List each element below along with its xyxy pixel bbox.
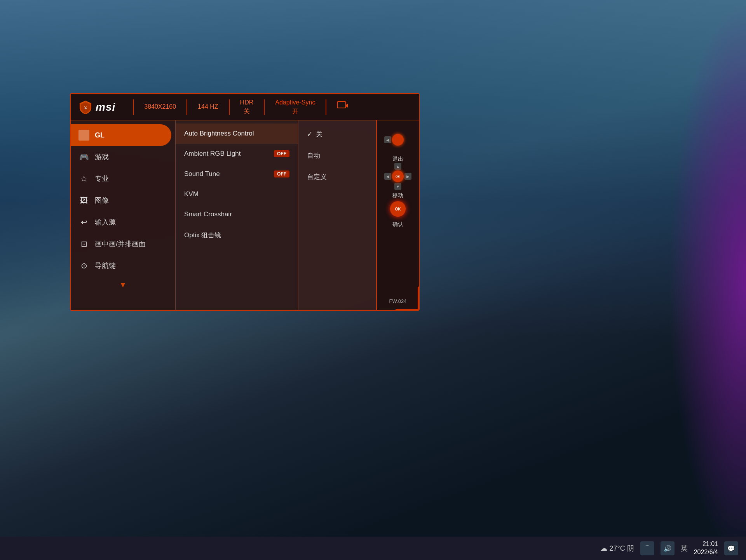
msi-logo-text: msi bbox=[96, 101, 115, 113]
nav-label-input: 输入源 bbox=[95, 217, 116, 227]
nav-label-image: 图像 bbox=[95, 196, 109, 205]
svg-rect-1 bbox=[337, 102, 346, 108]
confirm-dpad-center[interactable]: OK bbox=[390, 201, 406, 217]
taskbar-weather: ☁ 27°C 阴 bbox=[600, 544, 634, 553]
option-kvm[interactable]: KVM bbox=[176, 184, 298, 204]
nav-item-input[interactable]: ↩ 输入源 bbox=[71, 211, 175, 233]
check-icon: ✓ bbox=[307, 130, 312, 138]
taskbar-notifications-icon[interactable]: 💬 bbox=[724, 541, 738, 555]
volume-icon: 🔊 bbox=[664, 545, 671, 552]
sound-tune-toggle: OFF bbox=[274, 170, 289, 177]
taskbar-clock: 21:01 2022/6/4 bbox=[694, 540, 718, 557]
value-auto[interactable]: 自动 bbox=[298, 145, 376, 166]
network-icon: ⌒ bbox=[644, 544, 650, 553]
option-label-ambient-rgb: Ambient RGB Light bbox=[184, 150, 241, 158]
header-divider-5 bbox=[326, 99, 326, 115]
move-control-group: ▲ ▼ ◀ ▶ OK 移动 bbox=[384, 163, 411, 199]
ambient-rgb-toggle: OFF bbox=[274, 150, 289, 157]
header-divider-1 bbox=[133, 99, 134, 115]
gamepad-icon: 🎮 bbox=[78, 151, 89, 162]
option-label-sound-tune: Sound Tune bbox=[184, 170, 220, 178]
exit-label: 退出 bbox=[392, 156, 403, 163]
taskbar-lang: 英 bbox=[681, 544, 688, 553]
msi-shield-icon: ⚔ bbox=[78, 100, 92, 114]
nav-item-gl[interactable]: GL bbox=[71, 124, 171, 146]
exit-control-group: ◀ 退出 bbox=[384, 126, 411, 163]
option-label-optix: Optix 狙击镜 bbox=[184, 231, 221, 240]
nav-panel: GL 🎮 游戏 ☆ 专业 🖼 图像 ↩ 输入源 ⊡ 画中画/并排画面 bbox=[71, 120, 176, 310]
confirm-dpad: OK bbox=[388, 199, 408, 219]
option-smart-crosshair[interactable]: Smart Crosshair bbox=[176, 204, 298, 224]
header-input-icon bbox=[332, 101, 352, 112]
nav-label-gaming: 游戏 bbox=[95, 152, 109, 162]
pip-icon: ⊡ bbox=[78, 238, 89, 249]
controls-panel: ◀ 退出 ▲ ▼ ◀ ▶ OK 移 bbox=[376, 120, 419, 310]
nav-item-gaming[interactable]: 🎮 游戏 bbox=[71, 146, 175, 168]
osd-menu: ⚔ msi 3840X2160 144 HZ HDR 关 Adaptive-Sy… bbox=[70, 93, 420, 311]
corner-decoration-br bbox=[396, 287, 419, 310]
header-divider-2 bbox=[186, 99, 187, 115]
values-panel: ✓ 关 自动 自定义 bbox=[298, 120, 376, 310]
move-dpad-center: OK bbox=[392, 170, 404, 182]
msi-logo-area: ⚔ msi bbox=[75, 100, 123, 114]
clock-time: 21:01 bbox=[694, 540, 718, 548]
weather-text: ☁ 27°C 阴 bbox=[600, 544, 634, 553]
option-label-smart-crosshair: Smart Crosshair bbox=[184, 210, 232, 218]
header-refresh: 144 HZ bbox=[193, 103, 223, 111]
move-dpad-right[interactable]: ▶ bbox=[404, 173, 411, 180]
value-label-auto: 自动 bbox=[307, 151, 320, 160]
confirm-control-group: OK 确认 bbox=[388, 199, 408, 228]
lang-text: 英 bbox=[681, 544, 688, 553]
value-label-off: 关 bbox=[316, 130, 322, 139]
nav-active-box bbox=[78, 130, 89, 141]
osd-header: ⚔ msi 3840X2160 144 HZ HDR 关 Adaptive-Sy… bbox=[71, 94, 419, 120]
exit-dpad: ◀ bbox=[384, 126, 411, 153]
taskbar-volume-icon: 🔊 bbox=[661, 541, 675, 555]
dpad-center bbox=[392, 134, 404, 146]
nav-more-arrow[interactable]: ▼ bbox=[71, 277, 175, 293]
nav-label-gl: GL bbox=[95, 131, 105, 139]
nav-label-professional: 专业 bbox=[95, 174, 109, 183]
confirm-label: 确认 bbox=[392, 221, 403, 228]
header-divider-4 bbox=[264, 99, 265, 115]
notification-icon: 💬 bbox=[727, 545, 735, 552]
navkey-icon: ⊙ bbox=[78, 260, 89, 271]
svg-text:⚔: ⚔ bbox=[84, 106, 87, 110]
nav-item-professional[interactable]: ☆ 专业 bbox=[71, 168, 175, 190]
move-label: 移动 bbox=[392, 192, 403, 199]
move-dpad: ▲ ▼ ◀ ▶ OK bbox=[384, 163, 411, 190]
image-icon: 🖼 bbox=[78, 195, 89, 206]
value-label-custom: 自定义 bbox=[307, 172, 327, 181]
value-custom[interactable]: 自定义 bbox=[298, 166, 376, 188]
nav-label-navkey: 导航键 bbox=[95, 261, 116, 270]
option-ambient-rgb[interactable]: Ambient RGB Light OFF bbox=[176, 144, 298, 164]
option-auto-brightness[interactable]: Auto Brightness Control bbox=[176, 123, 298, 144]
nav-item-pip[interactable]: ⊡ 画中画/并排画面 bbox=[71, 233, 175, 255]
options-panel: Auto Brightness Control Ambient RGB Ligh… bbox=[176, 120, 298, 310]
clock-date: 2022/6/4 bbox=[694, 548, 718, 557]
osd-body: GL 🎮 游戏 ☆ 专业 🖼 图像 ↩ 输入源 ⊡ 画中画/并排画面 bbox=[71, 120, 419, 310]
option-label-auto-brightness: Auto Brightness Control bbox=[184, 130, 254, 137]
svg-marker-2 bbox=[346, 104, 348, 108]
value-off[interactable]: ✓ 关 bbox=[298, 123, 376, 145]
move-dpad-up[interactable]: ▲ bbox=[394, 163, 401, 170]
option-label-kvm: KVM bbox=[184, 190, 199, 198]
move-dpad-left[interactable]: ◀ bbox=[384, 173, 391, 180]
nav-label-pip: 画中画/并排画面 bbox=[95, 239, 146, 249]
move-dpad-down[interactable]: ▼ bbox=[394, 183, 401, 190]
star-icon: ☆ bbox=[78, 173, 89, 184]
taskbar-network-icon: ⌒ bbox=[640, 541, 654, 555]
option-optix[interactable]: Optix 狙击镜 bbox=[176, 224, 298, 246]
header-resolution: 3840X2160 bbox=[139, 103, 181, 111]
nav-item-image[interactable]: 🖼 图像 bbox=[71, 190, 175, 211]
nav-item-navkey[interactable]: ⊙ 导航键 bbox=[71, 255, 175, 277]
input-icon: ↩ bbox=[78, 217, 89, 228]
option-sound-tune[interactable]: Sound Tune OFF bbox=[176, 164, 298, 184]
header-divider-3 bbox=[229, 99, 230, 115]
dpad-left-icon[interactable]: ◀ bbox=[384, 136, 391, 143]
taskbar: ☁ 27°C 阴 ⌒ 🔊 英 21:01 2022/6/4 💬 bbox=[0, 537, 746, 560]
header-hdr: HDR 关 bbox=[235, 98, 258, 116]
header-adaptive-sync: Adaptive-Sync 开 bbox=[270, 98, 320, 116]
purple-glow bbox=[668, 0, 746, 560]
